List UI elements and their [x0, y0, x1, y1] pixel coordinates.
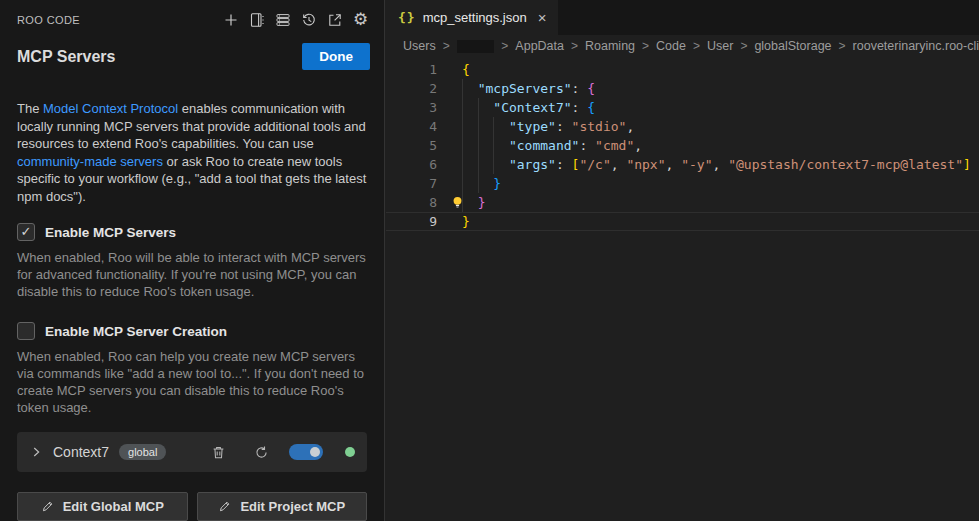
- line-number: 6: [386, 155, 437, 174]
- panel-brand: ROO CODE: [17, 14, 80, 26]
- restart-server-icon[interactable]: [254, 445, 269, 460]
- server-enabled-toggle[interactable]: [289, 444, 323, 460]
- tab-mcp-settings-json[interactable]: {} mcp_settings.json ×: [386, 0, 558, 35]
- open-in-editor-icon[interactable]: [325, 10, 344, 29]
- server-status-dot: [345, 447, 355, 457]
- server-name: Context7: [53, 444, 109, 460]
- editor-tabbar: {} mcp_settings.json ×: [386, 0, 979, 35]
- line-content: "args": ["/c", "npx", "-y", "@upstash/co…: [462, 155, 971, 174]
- done-button[interactable]: Done: [302, 43, 370, 70]
- edit-project-mcp-button[interactable]: Edit Project MCP: [197, 492, 368, 521]
- line-number: 8: [386, 193, 437, 212]
- breadcrumb-item[interactable]: Roaming: [585, 39, 635, 53]
- code-line[interactable]: 7 }: [386, 174, 979, 193]
- line-content: "command": "cmd",: [462, 136, 642, 155]
- community-made-servers-link[interactable]: community-made servers: [17, 154, 163, 169]
- model-context-protocol-link[interactable]: Model Context Protocol: [43, 101, 178, 116]
- code-editor[interactable]: 1{2 "mcpServers": {3 "Context7": {4 "typ…: [386, 57, 979, 231]
- code-line[interactable]: 8 }: [386, 193, 979, 212]
- code-lines: 1{2 "mcpServers": {3 "Context7": {4 "typ…: [386, 60, 979, 231]
- code-line[interactable]: 1{: [386, 60, 979, 79]
- breadcrumb-item[interactable]: globalStorage: [754, 39, 831, 53]
- enable-mcp-server-creation-description: When enabled, Roo can help you create ne…: [17, 348, 367, 416]
- chevron-right-icon[interactable]: [29, 445, 43, 459]
- edit-global-mcp-button[interactable]: Edit Global MCP: [17, 492, 188, 521]
- line-content: "mcpServers": {: [462, 79, 595, 98]
- breadcrumb-separator-icon: >: [501, 39, 508, 53]
- breadcrumb-separator-icon: >: [839, 39, 846, 53]
- breadcrumb-separator-icon: >: [443, 39, 450, 53]
- code-line[interactable]: 2 "mcpServers": {: [386, 79, 979, 98]
- mcp-edit-buttons: Edit Global MCP Edit Project MCP: [17, 492, 367, 521]
- server-scope-badge: global: [119, 444, 166, 460]
- prompts-notebook-icon[interactable]: [247, 10, 266, 29]
- enable-mcp-servers-description: When enabled, Roo will be able to intera…: [17, 249, 367, 300]
- line-number: 5: [386, 136, 437, 155]
- breadcrumb-redacted-segment: [457, 40, 495, 53]
- panel-toolbar: ⚙: [221, 10, 370, 29]
- enable-mcp-servers-label: Enable MCP Servers: [45, 225, 176, 240]
- line-number: 7: [386, 174, 437, 193]
- delete-server-trash-icon[interactable]: [211, 445, 226, 460]
- line-content: }: [462, 193, 485, 212]
- tab-label: mcp_settings.json: [423, 10, 527, 25]
- line-content: }: [462, 174, 501, 193]
- json-file-icon: {}: [398, 10, 416, 25]
- line-number: 1: [386, 60, 437, 79]
- line-number: 9: [386, 212, 437, 231]
- enable-mcp-servers-checkbox[interactable]: ✓: [17, 223, 35, 241]
- new-task-plus-icon[interactable]: [221, 10, 240, 29]
- code-line[interactable]: 9}: [386, 212, 979, 231]
- settings-gear-icon[interactable]: ⚙: [351, 10, 370, 29]
- editor-group: {} mcp_settings.json × Users>>AppData>Ro…: [386, 0, 979, 521]
- breadcrumb-item[interactable]: Users: [403, 39, 436, 53]
- breadcrumb-item[interactable]: Code: [656, 39, 686, 53]
- line-content: "Context7": {: [462, 98, 595, 117]
- code-line[interactable]: 5 "command": "cmd",: [386, 136, 979, 155]
- pencil-icon: [218, 500, 231, 513]
- code-line[interactable]: 3 "Context7": {: [386, 98, 979, 117]
- breadcrumb-item[interactable]: rooveterinaryinc.roo-cli: [853, 39, 979, 53]
- breadcrumb-item[interactable]: User: [707, 39, 733, 53]
- roo-code-panel: ROO CODE ⚙ MCP Servers Done: [0, 0, 385, 521]
- tab-close-icon[interactable]: ×: [538, 9, 547, 26]
- line-content: {: [462, 60, 470, 79]
- pencil-icon: [41, 500, 54, 513]
- panel-header: MCP Servers Done: [0, 29, 384, 70]
- mcp-servers-icon[interactable]: [273, 10, 292, 29]
- enable-mcp-server-creation-label: Enable MCP Server Creation: [45, 324, 227, 339]
- breadcrumb-item[interactable]: AppData: [515, 39, 564, 53]
- line-content: }: [462, 212, 470, 231]
- enable-mcp-server-creation-checkbox[interactable]: [17, 322, 35, 340]
- breadcrumb-separator-icon: >: [740, 39, 747, 53]
- server-row-context7: Context7 global: [17, 432, 367, 472]
- breadcrumb-separator-icon: >: [571, 39, 578, 53]
- breadcrumb: Users>>AppData>Roaming>Code>User>globalS…: [386, 35, 979, 57]
- enable-mcp-server-creation-section: Enable MCP Server Creation When enabled,…: [0, 322, 384, 416]
- line-number: 2: [386, 79, 437, 98]
- intro-paragraph: The Model Context Protocol enables commu…: [17, 100, 370, 205]
- code-line[interactable]: 6 "args": ["/c", "npx", "-y", "@upstash/…: [386, 155, 979, 174]
- lightbulb-icon[interactable]: [450, 195, 465, 210]
- code-line[interactable]: 4 "type": "stdio",: [386, 117, 979, 136]
- current-line-highlight: [386, 212, 979, 231]
- page-title: MCP Servers: [17, 48, 115, 66]
- line-number: 4: [386, 117, 437, 136]
- enable-mcp-servers-section: ✓ Enable MCP Servers When enabled, Roo w…: [0, 223, 384, 300]
- history-icon[interactable]: [299, 10, 318, 29]
- breadcrumb-separator-icon: >: [693, 39, 700, 53]
- line-content: "type": "stdio",: [462, 117, 634, 136]
- breadcrumb-separator-icon: >: [642, 39, 649, 53]
- intro-text: The: [17, 101, 43, 116]
- line-number: 3: [386, 98, 437, 117]
- panel-topbar: ROO CODE ⚙: [0, 0, 384, 29]
